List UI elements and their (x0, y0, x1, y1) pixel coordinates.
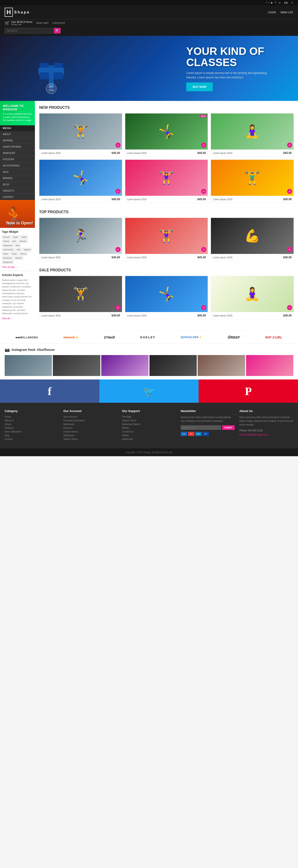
tag-women1[interactable]: Women (18, 240, 27, 243)
footer-link-addresses3[interactable]: Addresses (122, 438, 176, 440)
facebook-icon[interactable]: f (266, 1, 267, 4)
footer-link-mobile1[interactable]: Mobile (122, 427, 176, 429)
footer-link-your-account[interactable]: Your Account (63, 415, 117, 418)
footer-link-search-terms2[interactable]: Search Terms (122, 419, 176, 422)
nav-item-sale[interactable]: SALE (0, 169, 35, 175)
product-add-btn-6[interactable]: + (287, 189, 292, 194)
footer-about-title: About Us (239, 409, 293, 413)
product-add-btn-4[interactable]: + (115, 189, 120, 194)
sale-product-add-btn-3[interactable]: + (287, 305, 292, 310)
tag-theme1[interactable]: Theme (2, 240, 10, 243)
product-add-btn-3[interactable]: + (287, 143, 292, 148)
footer-link-home[interactable]: Home (5, 415, 59, 418)
tag-super2[interactable]: Super (2, 252, 9, 255)
footer-link-orders[interactable]: Orders history (63, 430, 117, 433)
tag-duper1[interactable]: Duper (20, 235, 28, 239)
tag-duper2[interactable]: Duper (10, 252, 18, 255)
brand-ripcurl[interactable]: RIP CURL (265, 336, 282, 339)
brand-quiksilver[interactable]: QUIKSILVER⚡ (181, 336, 202, 339)
hero-buy-now-button[interactable]: BUY NOW (186, 82, 213, 91)
footer-link-features[interactable]: Features (5, 427, 59, 429)
newsletter-submit-button[interactable]: SUBMIT (222, 425, 235, 430)
footer-link-contact[interactable]: Contact (5, 438, 59, 440)
top-product-add-btn-1[interactable]: + (115, 247, 120, 252)
language-selector[interactable]: EN (284, 1, 288, 4)
brand-reef[interactable]: ⦿REEF (227, 335, 240, 339)
youtube-icon[interactable]: ▶ (271, 1, 273, 4)
tag-responsiv[interactable]: Responsiv (2, 256, 13, 260)
sale-product-name-3: Lorem Ipsum 2019 (213, 314, 232, 317)
footer-link-sitemap[interactable]: Site Map (122, 415, 176, 418)
view-all-tags-link[interactable]: View all tags → (2, 266, 33, 268)
footer-link-advanced-search[interactable]: Advanced Search (122, 423, 176, 426)
tag-men2[interactable]: Men (16, 248, 22, 251)
view-cart-link[interactable]: VIEW CART (36, 22, 49, 24)
tag-women2[interactable]: Women (14, 256, 23, 260)
tag-super1[interactable]: Super (11, 235, 19, 239)
newsletter-email-input[interactable] (181, 425, 221, 430)
footer-link-discount[interactable]: Discount (63, 427, 117, 429)
main-content: NEW PRODUCTS 🏋️ Lorem Ipsum 2019 $45.00 … (35, 101, 298, 331)
footer-link-new-collections[interactable]: New Collections (5, 430, 59, 433)
twitter-icon[interactable]: t (268, 1, 269, 4)
tag-men1[interactable]: Men (11, 240, 18, 243)
tag-theme2[interactable]: Theme (19, 252, 27, 255)
instagram-photo-1[interactable] (5, 355, 52, 376)
tag-equipment1[interactable]: Equipment (2, 244, 13, 247)
nav-item-windsurf[interactable]: WINDSURF (0, 150, 35, 156)
instagram-icon[interactable]: ◎ (278, 1, 281, 4)
wishlist-link[interactable]: WISH LIST (280, 11, 293, 14)
nav-item-kitesurf[interactable]: KITESURF (0, 156, 35, 162)
footer-link-about[interactable]: About us (5, 419, 59, 422)
nav-item-apparel[interactable]: APPAREL (0, 137, 35, 144)
footer-link-mobile2[interactable]: Mobile (122, 434, 176, 437)
articles-view-all-link[interactable]: View all → (2, 317, 33, 320)
nav-item-about[interactable]: ABOUT (0, 131, 35, 137)
tag-apparel[interactable]: Apparel (23, 248, 32, 251)
footer-link-search-terms1[interactable]: Search Terms (63, 438, 117, 440)
instagram-photo-2[interactable] (53, 355, 100, 376)
nav-item-blog[interactable]: BLOG (0, 181, 35, 188)
footer-link-addresses2[interactable]: Addresses (63, 434, 117, 437)
brand-element[interactable]: element⚡ (63, 336, 79, 339)
login-link[interactable]: LOGIN (268, 11, 276, 14)
facebook-banner[interactable]: f (0, 379, 100, 403)
pinterest-banner[interactable]: P (198, 379, 298, 403)
nav-item-shape-apparel[interactable]: SHAPE APPAREL (0, 144, 35, 150)
instagram-photo-3[interactable] (101, 355, 148, 376)
nav-item-contact[interactable]: CONTACT (0, 194, 35, 200)
footer-email[interactable]: Email: info@site/shape.com (239, 433, 268, 436)
footer-link-personal-info[interactable]: Personal Information (63, 419, 117, 422)
top-product-add-btn-3[interactable]: + (287, 247, 292, 252)
search-button[interactable]: 🔍 (54, 28, 60, 33)
sale-product-card-1: 🏋️ Lorem Ipsum 2019 $45.00 + (39, 276, 122, 319)
sale-product-add-btn-1[interactable]: + (115, 305, 120, 310)
nav-item-accessories[interactable]: ACCESSORIES (0, 162, 35, 169)
brand-oakley[interactable]: OAKLEY (140, 336, 156, 339)
cart-icon-area[interactable]: 🛒 Cart: $0.00 (0 items) Empty Cart (5, 21, 32, 26)
footer-link-eshop[interactable]: Eshop (5, 423, 59, 426)
brand-billabong[interactable]: ■■■BILLABONG (16, 336, 38, 339)
instagram-photo-4[interactable] (150, 355, 197, 376)
tag-equipment2[interactable]: Equipment (2, 260, 13, 264)
tag-kitesurf[interactable]: Kitesurf (2, 235, 11, 239)
footer-link-blog[interactable]: Blog (5, 434, 59, 437)
product-add-btn-1[interactable]: + (115, 143, 120, 148)
footer-link-contact-us[interactable]: Contact Us (122, 430, 176, 433)
tag-accessories[interactable]: Accessories (2, 248, 15, 251)
tag-best[interactable]: Best (14, 244, 21, 247)
instagram-photo-6[interactable] (246, 355, 293, 376)
pinterest-icon[interactable]: P (275, 1, 276, 4)
top-product-info-3: Lorem Ipsum 2019 $45.00 (211, 254, 294, 261)
search-input[interactable] (5, 28, 60, 33)
sale-product-name-1: Lorem Ipsum 2019 (41, 314, 60, 317)
checkout-link[interactable]: CHECKOUT (52, 22, 65, 24)
brand-oneill[interactable]: O'Neill (104, 335, 115, 339)
nav-item-gadgets[interactable]: GADGETS (0, 188, 35, 194)
nav-item-brands[interactable]: BRANDS (0, 175, 35, 181)
logo[interactable]: H Shape (5, 8, 30, 17)
language-chevron-icon[interactable]: ▼ (291, 2, 293, 4)
twitter-banner[interactable]: 🐦 (100, 379, 199, 403)
instagram-photo-5[interactable] (198, 355, 245, 376)
footer-link-addresses1[interactable]: Addresses (63, 423, 117, 426)
